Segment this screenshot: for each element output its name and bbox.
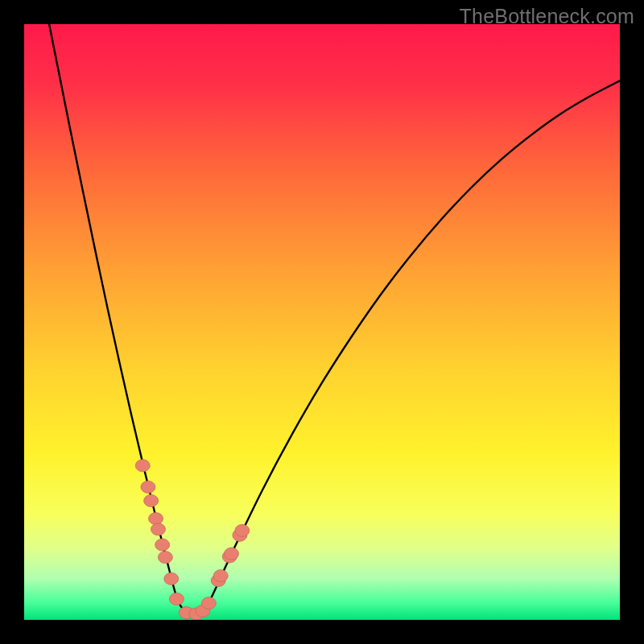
sample-marker: [201, 597, 216, 609]
sample-marker: [169, 593, 184, 605]
sample-marker: [141, 481, 155, 493]
sample-markers: [135, 460, 250, 620]
curve-layer: [24, 24, 620, 620]
chart-frame: TheBottleneck.com: [0, 0, 644, 644]
sample-marker: [158, 551, 172, 564]
sample-marker: [149, 513, 163, 525]
sample-marker: [164, 572, 179, 584]
sample-marker: [144, 495, 159, 507]
sample-marker: [213, 570, 228, 582]
sample-marker: [225, 547, 239, 559]
bottleneck-curve: [48, 24, 620, 615]
sample-marker: [151, 523, 166, 535]
sample-marker: [155, 539, 170, 551]
watermark-text: TheBottleneck.com: [460, 5, 634, 28]
sample-marker: [235, 525, 250, 537]
plot-area: [24, 24, 620, 620]
sample-marker: [135, 460, 150, 472]
